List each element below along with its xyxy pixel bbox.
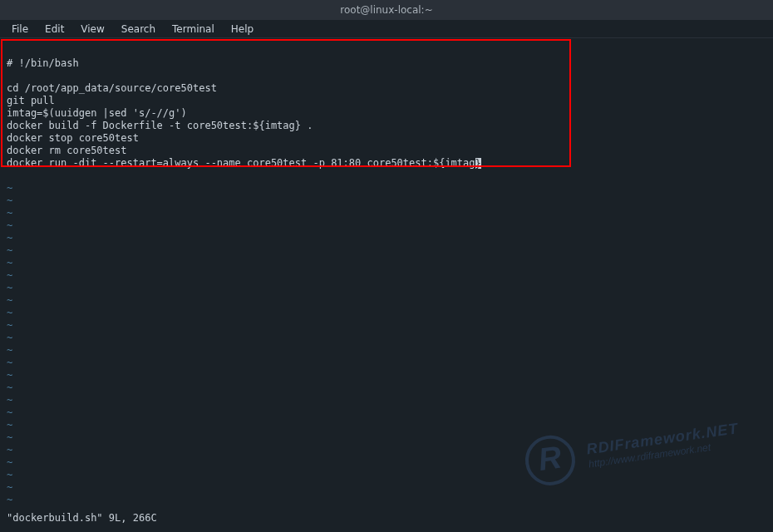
script-line: git pull — [7, 95, 55, 106]
script-line: docker build -f Dockerfile -t core50test… — [7, 120, 313, 131]
editor-content: # !/bin/bash cd /root/app_data/source/co… — [0, 38, 773, 513]
vim-status-line: "dockerbuild.sh" 9L, 266C — [7, 512, 157, 524]
menubar: File Edit View Search Terminal Help — [0, 20, 773, 38]
window-title: root@linux-local:~ — [340, 4, 432, 16]
script-line: docker run -dit --restart=always --name … — [7, 157, 481, 169]
cursor: } — [475, 158, 481, 169]
menu-edit[interactable]: Edit — [37, 22, 72, 37]
script-line: # !/bin/bash — [7, 57, 79, 69]
terminal-area[interactable]: # !/bin/bash cd /root/app_data/source/co… — [0, 38, 773, 532]
titlebar: root@linux-local:~ — [0, 0, 773, 20]
tilde-lines: ~ ~ ~ ~ ~ ~ ~ ~ ~ ~ ~ ~ ~ ~ ~ ~ ~ ~ ~ ~ … — [7, 182, 12, 505]
script-line: docker stop core50test — [7, 132, 139, 144]
script-line: cd /root/app_data/source/core50test — [7, 82, 217, 94]
script-line: docker rm core50test — [7, 145, 127, 156]
menu-search[interactable]: Search — [113, 22, 164, 37]
script-line: imtag=$(uuidgen |sed 's/-//g') — [7, 107, 187, 119]
menu-help[interactable]: Help — [223, 22, 262, 37]
menu-file[interactable]: File — [3, 22, 37, 37]
menu-terminal[interactable]: Terminal — [164, 22, 223, 37]
menu-view[interactable]: View — [72, 22, 112, 37]
